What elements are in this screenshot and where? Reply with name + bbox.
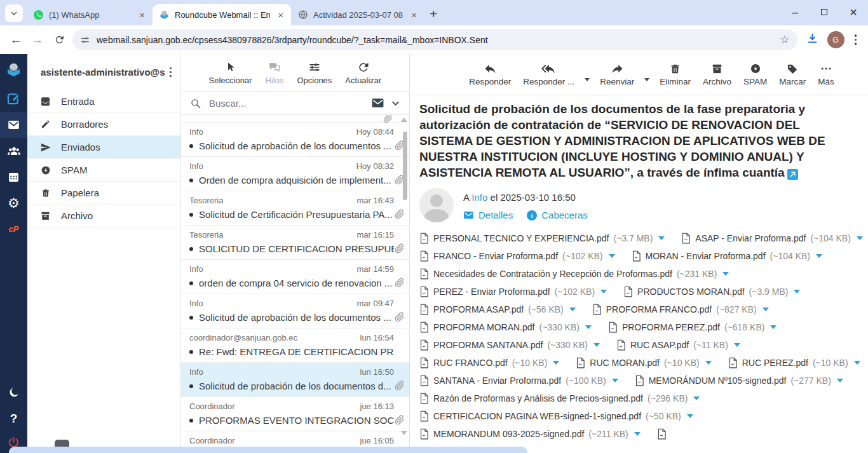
attachment-item[interactable]: CERTIFICACION PAGINA WEB-signed-1-signed… <box>419 410 693 422</box>
browser-tab[interactable]: (1) WhatsApp × <box>27 4 153 25</box>
tab-search-button[interactable] <box>5 4 23 22</box>
forward-button[interactable]: → <box>29 33 46 47</box>
account-menu-button[interactable] <box>165 67 177 77</box>
reply-button[interactable]: Responder <box>467 62 513 86</box>
attachment-item[interactable]: RUC MORAN.pdf (~10 KB) <box>576 356 711 368</box>
attachment-item[interactable]: Razón de Proformas y Análisis de Precios… <box>419 392 700 404</box>
attachment-dropdown-caret[interactable] <box>854 361 860 365</box>
attachment-dropdown-caret[interactable] <box>763 308 769 311</box>
address-bar[interactable]: webmail.sanjuan.gob.ec/cpsess4380978826/… <box>72 29 797 50</box>
attachment-item[interactable]: MEMORANDUM 093-2025-signed.pdf (~211 KB) <box>419 428 641 440</box>
delete-button[interactable]: Eliminar <box>658 62 693 86</box>
browser-menu-button[interactable] <box>850 34 862 45</box>
more-button[interactable]: Más <box>816 62 836 86</box>
profile-avatar[interactable]: G <box>827 31 844 48</box>
mark-button[interactable]: Marcar <box>777 62 808 86</box>
attachment-item[interactable]: PROFORMA PEREZ.pdf (~618 KB) <box>608 321 776 333</box>
attachment-dropdown-caret[interactable] <box>612 379 618 382</box>
folder-item-entrada[interactable]: Entrada <box>27 90 180 113</box>
mail-nav-button[interactable] <box>0 112 27 138</box>
spam-button[interactable]: SPAM <box>742 62 769 86</box>
attachment-item[interactable]: RUC FRANCO.pdf (~10 KB) <box>419 356 559 368</box>
folder-item-enviados[interactable]: Enviados <box>27 136 180 159</box>
attachment-item[interactable]: RUC PEREZ.pdf (~10 KB) <box>728 356 860 368</box>
folder-item-spam[interactable]: SPAM <box>27 159 180 182</box>
attachment-dropdown-caret[interactable] <box>687 414 693 418</box>
select-button[interactable]: Seleccionar <box>209 61 252 85</box>
calendar-nav-button[interactable] <box>0 164 27 190</box>
compose-button[interactable] <box>0 86 27 112</box>
list-scroll-down-arrow[interactable] <box>401 431 407 435</box>
restore-button[interactable] <box>810 0 839 24</box>
forward-dropdown-caret[interactable] <box>644 78 649 81</box>
attachment-item[interactable]: Necesidades de Contratación y Recepción … <box>419 267 729 280</box>
attachment-item[interactable]: PROFORMA ASAP.pdf (~56 KB) <box>419 303 576 315</box>
message-row[interactable]: InfoHoy 08:44 Solicitud de aprobación de… <box>181 123 409 157</box>
list-scrollbar-thumb[interactable] <box>403 132 407 200</box>
attachment-dropdown-caret[interactable] <box>857 236 863 240</box>
attachment-item[interactable]: PEREZ - Enviar Proforma.pdf (~102 KB) <box>419 285 607 297</box>
attachment-dropdown-caret[interactable] <box>734 343 740 347</box>
bookmark-star-icon[interactable]: ☆ <box>780 33 789 46</box>
message-row[interactable]: Tesoreriamar 16:15 SOLICITUD DE CERTIFIC… <box>181 226 409 260</box>
message-row[interactable]: Infomar 14:59 orden de compra 04 servici… <box>181 260 409 294</box>
recipient-link[interactable]: Info <box>471 192 487 203</box>
browser-tab[interactable]: Actividad 2025-03-07 08:00:00 × <box>291 4 424 25</box>
details-link[interactable]: Detalles <box>463 210 513 220</box>
help-button[interactable]: ? <box>0 405 27 431</box>
headers-link[interactable]: i Cabeceras <box>527 210 588 220</box>
minimize-button[interactable]: – <box>780 0 810 24</box>
message-row[interactable]: Coordinadorjue 16:13 PROFORMAS EVENTO IN… <box>181 397 409 431</box>
message-row[interactable]: Infomar 09:47 Solicitud de aprobación de… <box>181 294 409 328</box>
close-button[interactable]: × <box>839 0 868 24</box>
tab-close-icon[interactable]: × <box>275 9 286 21</box>
attachment-dropdown-caret[interactable] <box>553 361 559 365</box>
attachment-dropdown-caret[interactable] <box>794 290 800 294</box>
tab-close-icon[interactable]: × <box>409 9 419 21</box>
attachment-dropdown-caret[interactable] <box>705 361 712 365</box>
tab-close-icon[interactable]: × <box>137 9 147 21</box>
attachment-dropdown-caret[interactable] <box>658 236 665 240</box>
cpanel-button[interactable]: cP <box>0 216 27 242</box>
attachment-dropdown-caret[interactable] <box>569 308 576 311</box>
message-row[interactable]: coordinador@sanjuan.gob.eclun 16:54 Re: … <box>181 328 409 363</box>
attachment-item[interactable]: RUC ASAP.pdf (~11 KB) <box>616 339 740 351</box>
attachment-dropdown-caret[interactable] <box>837 379 843 382</box>
message-row[interactable]: Tesoreriamar 16:43 Solicitud de Certific… <box>181 191 409 226</box>
folder-item-borradores[interactable]: Borradores <box>27 113 180 136</box>
reply-all-dropdown-caret[interactable] <box>585 78 590 81</box>
attachment-dropdown-caret[interactable] <box>600 290 607 294</box>
options-button[interactable]: Opciones <box>297 61 332 85</box>
message-row[interactable]: Infolun 16:50 Solicitud de probación de … <box>181 363 409 397</box>
message-row-partial-top[interactable] <box>181 115 409 123</box>
attachment-dropdown-caret[interactable] <box>816 254 822 258</box>
attachment-item[interactable]: PERSONAL TECNICO Y EXPERIENCIA.pdf (~3.7… <box>419 232 665 244</box>
refresh-button[interactable]: Actualizar <box>345 61 381 85</box>
search-scope-mail-icon[interactable] <box>371 98 384 109</box>
attachment-dropdown-caret[interactable] <box>722 272 729 276</box>
attachment-item[interactable]: PROFORMA MORAN.pdf (~330 KB) <box>419 321 592 333</box>
attachment-item[interactable]: SANTANA - Enviar Proforma.pdf (~100 KB) <box>419 374 618 386</box>
new-tab-button[interactable]: + <box>430 7 437 20</box>
attachment-dropdown-caret[interactable] <box>585 325 592 329</box>
browser-tab[interactable]: Roundcube Webmail :: Enviados × <box>153 4 291 25</box>
attachment-item[interactable]: MEMORÁNDUM Nº105-signed.pdf (~277 KB) <box>635 374 843 386</box>
attachment-item[interactable]: PROFORMA FRANCO.pdf (~827 KB) <box>592 303 769 315</box>
attachment-item[interactable]: ASAP - Enviar Proforma.pdf (~104 KB) <box>681 232 862 244</box>
attachment-dropdown-caret[interactable] <box>693 396 700 400</box>
attachment-item[interactable]: MORAN - Enviar Proforma.pdf (~104 KB) <box>632 250 823 262</box>
folder-item-archivo[interactable]: Archivo <box>27 205 180 227</box>
reload-button[interactable] <box>51 34 67 45</box>
search-input[interactable] <box>208 97 365 109</box>
forward-button[interactable]: Reenviar <box>598 62 636 86</box>
attachment-item[interactable]: PROFORMA SANTANA.pdf (~330 KB) <box>419 339 600 351</box>
message-row[interactable]: InfoHoy 08:32 Orden de compra adquisició… <box>181 157 409 191</box>
attachment-dropdown-caret[interactable] <box>770 325 776 329</box>
folder-item-papelera[interactable]: Papelera <box>27 182 180 205</box>
attachment-item[interactable]: FRANCO - Enviar Proforma.pdf (~102 KB) <box>419 250 615 262</box>
list-scroll-up-arrow[interactable] <box>401 118 407 122</box>
attachment-dropdown-caret[interactable] <box>593 343 600 347</box>
contacts-nav-button[interactable] <box>0 138 27 164</box>
archive-button[interactable]: Archivo <box>701 62 733 86</box>
dark-mode-button[interactable] <box>0 379 27 405</box>
